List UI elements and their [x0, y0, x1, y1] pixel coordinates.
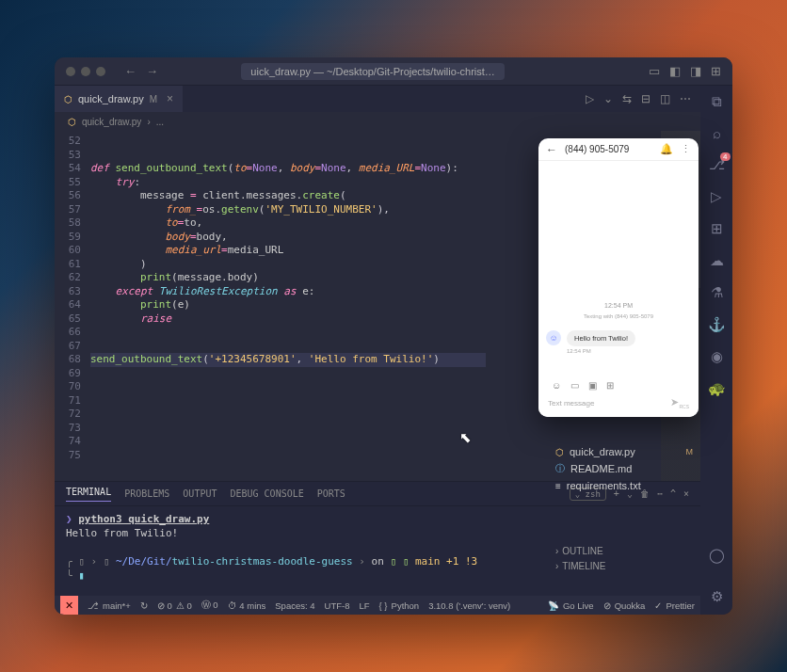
python-file-icon: ⬡ — [68, 117, 76, 127]
git-sync[interactable]: ↻ — [140, 600, 148, 611]
close-window[interactable] — [66, 67, 75, 76]
emoji-icon[interactable]: ☺ — [552, 380, 561, 391]
phone-timestamp: 12:54 PM — [538, 302, 699, 309]
phone-message-row: ☺ Hello from Twilio! 12:54 PM — [546, 330, 635, 354]
nav-back[interactable]: ← — [124, 64, 137, 78]
tab-ports[interactable]: PORTS — [317, 488, 345, 499]
file-quick-draw[interactable]: ⬡quick_draw.pyM — [555, 443, 697, 460]
run-icon[interactable]: ▷ — [586, 92, 594, 105]
run-dropdown-icon[interactable]: ⌄ — [603, 92, 613, 105]
file-readme[interactable]: ⓘREADME.md — [555, 460, 697, 477]
activity-bar: ⧉ ⌕ ⎇ ▷ ⊞ ☁ ⚗ ⚓ ◉ 🐢 ◯ ⚙ — [700, 86, 732, 615]
tab-filename: quick_draw.py — [78, 93, 144, 104]
testing-icon[interactable]: ⚗ — [711, 284, 723, 301]
split-editor-icon[interactable]: ◫ — [660, 92, 670, 105]
account-icon[interactable]: ◯ — [709, 547, 725, 564]
phone-input-row: Text message ➤RCS — [548, 394, 689, 411]
quokka[interactable]: ⊘ Quokka — [603, 600, 646, 611]
layout-secondary-icon[interactable]: ◨ — [690, 64, 701, 78]
titlebar: ← → uick_draw.py — ~/Desktop/Git-Project… — [55, 57, 732, 86]
attach-icon[interactable]: ⊞ — [606, 380, 614, 391]
prettier[interactable]: ✓ Prettier — [654, 600, 695, 611]
python-interp[interactable]: 3.10.8 ('.venv': venv) — [428, 600, 510, 611]
gallery-icon[interactable]: ▣ — [588, 380, 597, 391]
tab-terminal[interactable]: TERMINAL — [66, 487, 111, 502]
send-icon[interactable]: ➤RCS — [670, 396, 689, 409]
phone-contact[interactable]: (844) 905-5079 — [565, 144, 629, 154]
traffic-lights[interactable] — [66, 67, 105, 76]
line-gutter: 5253545556575859606162636465666768697071… — [55, 131, 87, 481]
tab-close-icon[interactable]: × — [167, 92, 173, 105]
encoding[interactable]: UTF-8 — [325, 600, 350, 611]
phone-bell-icon[interactable]: 🔔 — [660, 143, 673, 155]
zoom-window[interactable] — [96, 67, 105, 76]
time-track[interactable]: ⏱ 4 mins — [228, 600, 266, 611]
phone-header: ← (844) 905-5079 🔔 ⋮ — [538, 138, 699, 161]
phone-preview: ← (844) 905-5079 🔔 ⋮ 12:54 PM Texting wi… — [538, 138, 699, 417]
terminal-panel: TERMINAL PROBLEMS OUTPUT DEBUG CONSOLE P… — [55, 481, 700, 596]
tab-modified-indicator: M — [150, 94, 157, 104]
phone-conversation[interactable]: 12:54 PM Texting with (844) 905-5079 ☺ H… — [538, 161, 699, 417]
phone-subtext: Texting with (844) 905-5079 — [538, 313, 699, 319]
remote-explorer-icon[interactable]: ☁ — [710, 252, 724, 269]
phone-more-icon[interactable]: ⋮ — [681, 143, 691, 155]
tab-debug-console[interactable]: DEBUG CONSOLE — [230, 488, 303, 499]
side-sections: › OUTLINE › TIMELINE — [555, 543, 697, 573]
tab-output[interactable]: OUTPUT — [183, 488, 217, 499]
message-bubble[interactable]: Hello from Twilio! — [567, 330, 635, 346]
tab-problems[interactable]: PROBLEMS — [124, 488, 169, 499]
more-actions-icon[interactable]: ⋯ — [680, 92, 691, 105]
anchor-icon[interactable]: ⚓ — [708, 316, 726, 333]
minimize-window[interactable] — [81, 67, 90, 76]
git-branch[interactable]: ⎇ main*+ — [88, 600, 131, 611]
vscode-window: ← → uick_draw.py — ~/Desktop/Git-Project… — [55, 57, 732, 615]
problems-count[interactable]: ⊘ 0 ⚠ 0 — [157, 600, 192, 611]
titlebar-path[interactable]: uick_draw.py — ~/Desktop/Git-Projects/tw… — [241, 63, 505, 80]
copy-icon[interactable]: ⧉ — [712, 93, 722, 110]
layout-side-icon[interactable]: ◧ — [669, 64, 681, 78]
outline-section[interactable]: › OUTLINE — [555, 543, 697, 558]
indent[interactable]: Spaces: 4 — [275, 600, 314, 611]
breadcrumb[interactable]: ⬡ quick_draw.py › ... — [55, 112, 700, 131]
file-requirements[interactable]: ≡requirements.txt — [555, 477, 697, 494]
mouse-cursor: ⬉ — [459, 429, 472, 446]
gif-icon[interactable]: ▭ — [570, 380, 579, 391]
phone-text-input[interactable]: Text message — [548, 399, 594, 408]
lang-mode[interactable]: { } Python — [379, 600, 420, 611]
wallaby-icon[interactable]: 🐢 — [708, 380, 726, 397]
editor-tabbar: ⬡ quick_draw.py M × ▷ ⌄ ⇆ ⊟ ◫ ⋯ — [55, 86, 700, 112]
phone-toolbar: ☺ ▭ ▣ ⊞ — [538, 380, 699, 391]
avatar: ☺ — [546, 330, 561, 345]
run-debug-icon[interactable]: ▷ — [711, 188, 722, 205]
tab-quick-draw[interactable]: ⬡ quick_draw.py M × — [55, 86, 183, 112]
statusbar: ✕ ⎇ main*+ ↻ ⊘ 0 ⚠ 0 Ⓦ 0 ⏱ 4 mins Spaces… — [55, 596, 700, 615]
remote-indicator[interactable]: ✕ — [60, 596, 78, 615]
message-time: 12:54 PM — [567, 348, 635, 354]
settings-gear-icon[interactable]: ⚙ — [711, 588, 723, 605]
breadcrumb-file[interactable]: quick_draw.py — [82, 117, 141, 127]
explorer-files: ⬡quick_draw.pyM ⓘREADME.md ≡requirements… — [555, 443, 697, 494]
breadcrumb-sep: › — [147, 117, 150, 127]
layout-customize-icon[interactable]: ⊞ — [711, 64, 721, 78]
spotify-icon[interactable]: ◉ — [711, 348, 723, 365]
search-icon[interactable]: ⌕ — [713, 125, 721, 141]
nav-forward[interactable]: → — [146, 64, 158, 78]
breadcrumb-more[interactable]: ... — [156, 117, 164, 127]
phone-back-icon[interactable]: ← — [546, 143, 557, 156]
go-live[interactable]: 📡 Go Live — [548, 600, 594, 611]
compare-icon[interactable]: ⇆ — [622, 92, 632, 105]
wakatime[interactable]: Ⓦ 0 — [201, 600, 218, 612]
preview-icon[interactable]: ⊟ — [641, 92, 650, 105]
source-control-icon[interactable]: ⎇ — [709, 156, 725, 173]
layout-panel-icon[interactable]: ▭ — [649, 64, 660, 78]
python-file-icon: ⬡ — [64, 94, 72, 104]
extensions-icon[interactable]: ⊞ — [711, 220, 723, 237]
timeline-section[interactable]: › TIMELINE — [555, 558, 697, 573]
eol[interactable]: LF — [359, 600, 369, 611]
